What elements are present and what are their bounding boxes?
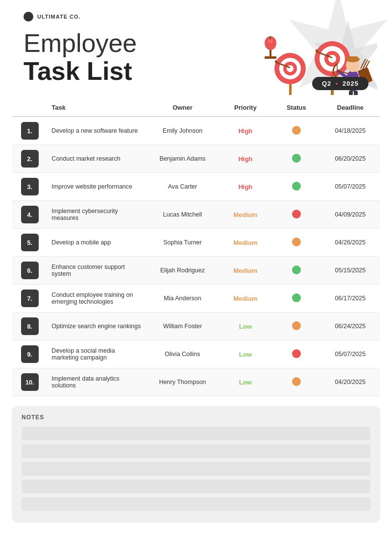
table-row: 10.Implement data analytics solutionsHen… [12, 368, 380, 396]
row-deadline: 05/07/2025 [320, 340, 380, 368]
row-number: 6. [21, 262, 39, 279]
row-priority: High [219, 145, 272, 173]
row-number-cell: 3. [12, 173, 48, 201]
row-number-cell: 1. [12, 117, 48, 145]
row-deadline: 04/18/2025 [320, 117, 380, 145]
logo-icon [24, 12, 33, 22]
task-table: Task Owner Priority Status Deadline 1.De… [12, 99, 380, 396]
row-status [272, 285, 320, 313]
title-line1: Employee [24, 29, 368, 57]
row-number-cell: 10. [12, 368, 48, 396]
table-row: 9.Develop a social media marketing campa… [12, 340, 380, 368]
row-deadline: 06/24/2025 [320, 313, 380, 340]
table-row: 3.Improve website performanceAva CarterH… [12, 173, 380, 201]
row-deadline: 06/20/2025 [320, 145, 380, 173]
row-status [272, 340, 320, 368]
row-task: Improve website performance [48, 173, 147, 201]
row-number: 7. [21, 289, 39, 307]
row-owner: Henry Thompson [147, 368, 219, 396]
row-status [272, 145, 320, 173]
status-dot [292, 377, 301, 386]
row-number-cell: 4. [12, 201, 48, 229]
row-priority: Low [219, 313, 272, 340]
row-status [272, 201, 320, 229]
col-task: Task [48, 99, 147, 117]
row-status [272, 313, 320, 340]
table-row: 4.Implement cybersecurity measuresLucas … [12, 201, 380, 229]
row-number-cell: 5. [12, 229, 48, 257]
note-line-2 [22, 444, 370, 458]
note-line-5 [22, 497, 370, 511]
row-priority: Low [219, 368, 272, 396]
row-number-cell: 2. [12, 145, 48, 173]
table-row: 2.Conduct market researchBenjamin AdamsH… [12, 145, 380, 173]
row-priority: Low [219, 340, 272, 368]
row-deadline: 05/07/2025 [320, 173, 380, 201]
row-status [272, 117, 320, 145]
note-line-1 [22, 427, 370, 440]
row-task: Implement data analytics solutions [48, 368, 147, 396]
quarter-label: Q2 [322, 80, 331, 87]
row-task: Develop a social media marketing campaig… [48, 340, 147, 368]
row-priority: Medium [219, 229, 272, 257]
status-dot [292, 321, 301, 330]
row-task: Conduct employee training on emerging te… [48, 285, 147, 313]
row-owner: Lucas Mitchell [147, 201, 219, 229]
row-status [272, 229, 320, 257]
row-priority: Medium [219, 257, 272, 285]
status-dot [292, 265, 301, 274]
table-row: 1.Develop a new software featureEmily Jo… [12, 117, 380, 145]
row-priority: High [219, 173, 272, 201]
row-task: Enhance customer support system [48, 257, 147, 285]
row-task: Develop a mobile app [48, 229, 147, 257]
status-dot [292, 154, 301, 163]
row-task: Conduct market research [48, 145, 147, 173]
row-number-cell: 8. [12, 313, 48, 340]
row-number: 10. [21, 373, 39, 391]
row-deadline: 04/20/2025 [320, 368, 380, 396]
task-table-container: Task Owner Priority Status Deadline 1.De… [0, 99, 392, 396]
row-status [272, 368, 320, 396]
row-number: 3. [21, 178, 39, 195]
table-row: 7.Conduct employee training on emerging … [12, 285, 380, 313]
row-owner: Ava Carter [147, 173, 219, 201]
row-task: Develop a new software feature [48, 117, 147, 145]
row-number-cell: 9. [12, 340, 48, 368]
table-row: 5.Develop a mobile appSophia TurnerMediu… [12, 229, 380, 257]
status-dot [292, 210, 301, 218]
row-owner: Benjamin Adams [147, 145, 219, 173]
row-status [272, 173, 320, 201]
col-deadline: Deadline [320, 99, 380, 117]
row-deadline: 06/17/2025 [320, 285, 380, 313]
row-task: Optimize search engine rankings [48, 313, 147, 340]
row-priority: Medium [219, 201, 272, 229]
row-deadline: 04/09/2025 [320, 201, 380, 229]
notes-section: NOTES [12, 406, 380, 523]
table-header-row: Task Owner Priority Status Deadline [12, 99, 380, 117]
row-number-cell: 6. [12, 257, 48, 285]
row-task: Implement cybersecurity measures [48, 201, 147, 229]
col-num [12, 99, 48, 117]
row-number: 9. [21, 345, 39, 363]
row-number: 4. [21, 206, 39, 223]
table-row: 6.Enhance customer support systemElijah … [12, 257, 380, 285]
row-owner: Sophia Turner [147, 229, 219, 257]
status-dot [292, 238, 301, 246]
note-line-4 [22, 480, 370, 493]
col-priority: Priority [219, 99, 272, 117]
row-owner: Mia Anderson [147, 285, 219, 313]
notes-title: NOTES [22, 414, 370, 421]
note-line-3 [22, 462, 370, 476]
row-number: 5. [21, 234, 39, 251]
row-owner: William Foster [147, 313, 219, 340]
page-wrapper: ULTIMATE CO. Employee Task List Q2 • 202… [0, 0, 392, 554]
status-dot [292, 126, 301, 135]
status-dot [292, 182, 301, 191]
status-dot [292, 293, 301, 302]
row-owner: Olivia Collins [147, 340, 219, 368]
quarter-badge: Q2 • 2025 [312, 77, 368, 90]
status-dot [292, 349, 301, 358]
logo-text: ULTIMATE CO. [37, 14, 81, 20]
row-owner: Elijah Rodriguez [147, 257, 219, 285]
row-owner: Emily Johnson [147, 117, 219, 145]
